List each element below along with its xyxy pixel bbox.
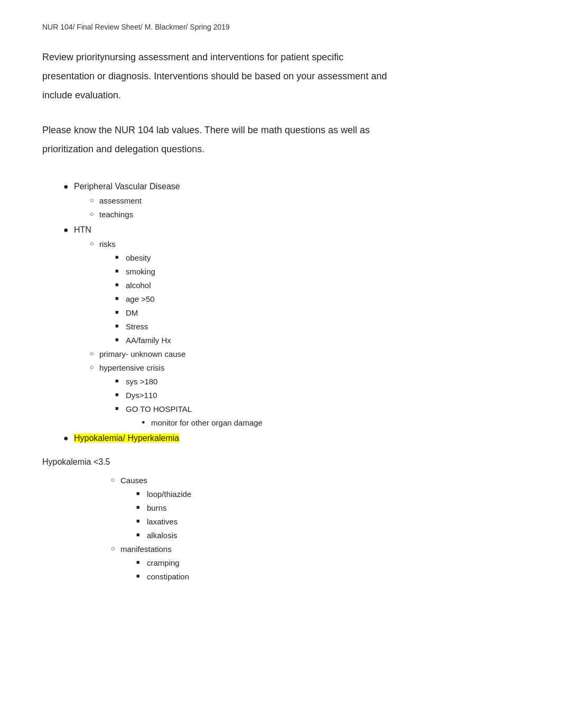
hypokalemia-groups: Causes loop/thiazide burns laxatives alk… <box>95 474 519 583</box>
risk-alcohol: alcohol <box>115 279 519 292</box>
intro-paragraph: Review prioritynursing assessment and in… <box>42 48 519 105</box>
htn-primary: primary- unknown cause <box>90 348 519 361</box>
risk-age: age >50 <box>115 293 519 306</box>
list-item-hypokalemia-hyperkalemia: Hypokalemia/ Hyperkalemia <box>63 431 519 445</box>
second-line2: prioritization and delegation questions. <box>42 144 204 154</box>
intro-line1: Review prioritynursing assessment and in… <box>42 52 343 62</box>
risks-items: obesity smoking alcohol age >50 DM Stres… <box>99 252 519 347</box>
risk-dm: DM <box>115 307 519 319</box>
pvd-sublist: assessment teachings <box>74 195 519 221</box>
crisis-sys: sys >180 <box>115 375 519 388</box>
cause-alkalosis: alkalosis <box>136 529 519 542</box>
main-bullet-list: Peripheral Vascular Disease assessment t… <box>42 180 519 445</box>
risk-stress: Stress <box>115 320 519 333</box>
crisis-go-hospital: GO TO HOSPITAL monitor for other organ d… <box>115 403 519 429</box>
hypokalemia-details: Causes loop/thiazide burns laxatives alk… <box>42 474 519 583</box>
risk-aa-family: AA/family Hx <box>115 334 519 347</box>
cause-loop-thiazide: loop/thiazide <box>136 488 519 501</box>
pvd-label: Peripheral Vascular Disease <box>74 182 180 191</box>
manifestation-cramping: cramping <box>136 557 519 569</box>
manifestations-items: cramping constipation <box>120 557 519 583</box>
second-line1: Please know the NUR 104 lab values. Ther… <box>42 125 370 135</box>
intro-line2: presentation or diagnosis. Interventions… <box>42 71 387 81</box>
causes-items: loop/thiazide burns laxatives alkalosis <box>120 488 519 542</box>
risk-obesity: obesity <box>115 252 519 264</box>
causes-label: Causes <box>120 476 147 485</box>
cause-burns: burns <box>136 502 519 514</box>
hypokalemia-title: Hypokalemia <3.5 <box>42 455 519 469</box>
manifestation-constipation: constipation <box>136 570 519 583</box>
list-item-pvd: Peripheral Vascular Disease assessment t… <box>63 180 519 221</box>
crisis-items: sys >180 Dys>110 GO TO HOSPITAL monitor … <box>99 375 519 429</box>
risk-smoking: smoking <box>115 265 519 278</box>
crisis-dys: Dys>110 <box>115 389 519 402</box>
htn-label: HTN <box>74 225 91 234</box>
hospital-subitems: monitor for other organ damage <box>126 417 519 429</box>
hypokalemia-hyperkalemia-label: Hypokalemia/ Hyperkalemia <box>74 434 179 443</box>
header-text: NUR 104/ Final Review Sheet/ M. Blackmer… <box>42 21 519 33</box>
pvd-assessment: assessment <box>90 195 519 207</box>
htn-sublist: risks obesity smoking alcohol age >50 DM… <box>74 238 519 429</box>
manifestations-label: manifestations <box>120 545 172 554</box>
htn-risks: risks obesity smoking alcohol age >50 DM… <box>90 238 519 347</box>
list-item-htn: HTN risks obesity smoking alcohol age >5… <box>63 223 519 429</box>
manifestations-group: manifestations cramping constipation <box>111 543 519 583</box>
pvd-teachings: teachings <box>90 208 519 221</box>
causes-group: Causes loop/thiazide burns laxatives alk… <box>111 474 519 542</box>
htn-crisis: hypertensive crisis sys >180 Dys>110 GO … <box>90 362 519 429</box>
crisis-monitor: monitor for other organ damage <box>142 417 519 429</box>
cause-laxatives: laxatives <box>136 515 519 528</box>
intro-line3: include evaluation. <box>42 90 121 100</box>
second-paragraph: Please know the NUR 104 lab values. Ther… <box>42 121 519 159</box>
